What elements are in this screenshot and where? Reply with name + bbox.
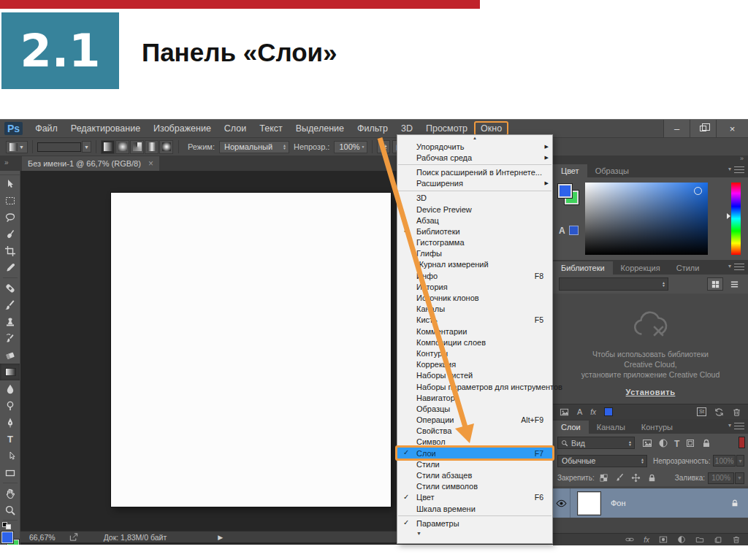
clone-stamp-tool[interactable] xyxy=(0,313,20,330)
menu-item-Цвет[interactable]: ✓ЦветF6 xyxy=(397,492,552,503)
hue-slider-marker[interactable] xyxy=(727,213,730,219)
hue-slider[interactable] xyxy=(731,183,741,255)
menu-item-Библиотеки[interactable]: ✓Библиотеки xyxy=(397,226,552,237)
install-link[interactable]: Установить xyxy=(626,388,676,396)
crop-tool[interactable] xyxy=(0,242,20,259)
folder-icon[interactable] xyxy=(695,535,704,544)
menu-scroll-down-icon[interactable]: ▼ xyxy=(397,529,552,537)
dodge-tool[interactable] xyxy=(0,397,20,414)
menu-item-Поиск расширений в Интернете...[interactable]: Поиск расширений в Интернете... xyxy=(397,166,552,177)
layer-row[interactable]: Фон xyxy=(553,488,748,518)
menu-item-Журнал измерений[interactable]: Журнал измерений xyxy=(397,259,552,270)
menu-item-Шкала времени[interactable]: Шкала времени xyxy=(397,503,552,514)
menu-item-Стили[interactable]: Стили xyxy=(397,459,552,469)
text-color-swatch[interactable] xyxy=(569,226,579,235)
menubar-item-Окно[interactable]: Окно xyxy=(474,121,508,136)
marquee-tool[interactable] xyxy=(0,192,20,209)
menu-item-Символ[interactable]: Символ xyxy=(397,437,552,448)
menubar-item-Фильтр[interactable]: Фильтр xyxy=(351,121,394,136)
tab-Образцы[interactable]: Образцы xyxy=(587,164,637,177)
lock-lock-icon[interactable] xyxy=(647,473,657,483)
lock-checker-icon[interactable] xyxy=(599,473,608,483)
menu-item-Инфо[interactable]: ИнфоF8 xyxy=(397,270,552,281)
gradient-tool[interactable] xyxy=(0,364,20,380)
menu-item-Рабочая среда[interactable]: Рабочая среда▶ xyxy=(397,152,552,163)
menubar-item-Выделение[interactable]: Выделение xyxy=(289,121,351,136)
sync-icon[interactable] xyxy=(714,407,724,417)
menu-item-Глифы[interactable]: Глифы xyxy=(397,248,552,259)
canvas[interactable] xyxy=(111,193,391,507)
gradient-picker-button[interactable]: ▼ xyxy=(82,141,91,153)
diamond-gradient-button[interactable] xyxy=(159,140,173,154)
menu-item-Стили символов[interactable]: Стили символов xyxy=(397,481,552,492)
dock-collapse-icon[interactable]: » xyxy=(740,155,744,162)
tab-Цвет[interactable]: Цвет xyxy=(553,164,587,177)
blend-mode-select[interactable]: Нормальный▲▼ xyxy=(219,141,289,153)
foreground-color-swatch[interactable] xyxy=(558,184,572,198)
menubar-item-Текст[interactable]: Текст xyxy=(253,121,289,136)
layer-style-icon[interactable]: fx xyxy=(590,408,596,416)
menu-item-Стили абзацев[interactable]: Стили абзацев xyxy=(397,469,552,480)
close-button[interactable]: × xyxy=(716,120,748,137)
menubar-item-Изображение[interactable]: Изображение xyxy=(147,121,218,136)
share-icon[interactable] xyxy=(69,532,79,542)
menu-item-Наборы кистей[interactable]: Наборы кистей xyxy=(397,370,552,381)
menubar-item-Редактирование[interactable]: Редактирование xyxy=(64,121,147,136)
layer-opacity-value[interactable]: 100% xyxy=(713,455,735,467)
menu-item-Коррекция[interactable]: Коррекция xyxy=(397,359,552,370)
move-tool[interactable] xyxy=(0,175,20,192)
menu-item-Операции[interactable]: ОперацииAlt+F9 xyxy=(397,415,552,426)
restore-button[interactable] xyxy=(690,120,716,137)
linear-gradient-button[interactable] xyxy=(101,140,115,154)
menubar-item-Просмотр[interactable]: Просмотр xyxy=(419,121,474,136)
menubar-item-Файл[interactable]: Файл xyxy=(28,121,64,136)
menu-item-Слои[interactable]: ✓СлоиF7 xyxy=(397,448,552,459)
quick-selection-tool[interactable] xyxy=(0,226,20,242)
zoom-tool[interactable] xyxy=(0,502,20,518)
menu-item-Навигатор[interactable]: Навигатор xyxy=(397,392,552,403)
layer-blend-mode-select[interactable]: Обычные▲▼ xyxy=(557,455,647,467)
library-select[interactable]: ▲▼ xyxy=(559,277,668,291)
tab-Библиотеки[interactable]: Библиотеки xyxy=(553,261,613,275)
reflected-gradient-button[interactable] xyxy=(145,140,159,154)
menu-item-Параметры[interactable]: ✓Параметры xyxy=(397,518,552,529)
trash-icon[interactable] xyxy=(732,407,741,417)
type-tool[interactable]: T xyxy=(0,431,20,448)
menu-scroll-up-icon[interactable]: ▲ xyxy=(397,135,552,141)
menu-item-Композиции слоев[interactable]: Композиции слоев xyxy=(397,337,552,348)
layer-filter-select[interactable]: Вид ▲▼ xyxy=(557,437,635,449)
panel-menu-icon[interactable] xyxy=(734,166,744,173)
mask-icon[interactable] xyxy=(659,535,668,544)
filter-lock-icon[interactable] xyxy=(701,438,711,448)
menu-item-Упорядочить[interactable]: Упорядочить▶ xyxy=(397,141,552,152)
menu-item-Свойства[interactable]: Свойства xyxy=(397,426,552,437)
newlayer-icon[interactable] xyxy=(714,535,722,544)
character-style-icon[interactable]: А xyxy=(577,407,582,416)
angle-gradient-button[interactable] xyxy=(130,140,144,154)
document-tab[interactable]: Без имени-1 @ 66,7% (RGB/8) × xyxy=(22,156,159,171)
minimize-button[interactable]: – xyxy=(663,120,690,137)
tab-Каналы[interactable]: Каналы xyxy=(589,421,633,434)
history-brush-tool[interactable] xyxy=(0,330,20,347)
tab-Контуры[interactable]: Контуры xyxy=(633,421,681,434)
menu-item-Наборы параметров для инструментов[interactable]: Наборы параметров для инструментов xyxy=(397,381,552,392)
menu-item-Образцы[interactable]: Образцы xyxy=(397,403,552,414)
shape-tool[interactable] xyxy=(0,464,20,481)
eyedropper-tool[interactable] xyxy=(0,259,20,276)
filter-frame-icon[interactable] xyxy=(685,438,695,448)
menu-item-История[interactable]: История xyxy=(397,281,552,292)
opacity-select[interactable]: 100%▼ xyxy=(334,141,367,153)
tab-Стили[interactable]: Стили xyxy=(668,261,708,275)
trash-icon[interactable] xyxy=(732,535,741,544)
foreground-color-swatch[interactable] xyxy=(1,532,13,543)
gradient-preview[interactable] xyxy=(37,142,81,152)
lasso-tool[interactable] xyxy=(0,209,20,226)
brush-tool[interactable] xyxy=(0,296,20,313)
chain-icon[interactable] xyxy=(625,535,634,544)
tool-preset-picker[interactable]: ▼ xyxy=(6,141,28,153)
tab-Коррекция[interactable]: Коррекция xyxy=(613,261,668,275)
filter-adjust-icon[interactable] xyxy=(658,438,668,448)
path-selection-tool[interactable] xyxy=(0,448,20,464)
grid-view-button[interactable] xyxy=(707,277,723,291)
toolbar-collapse-icon[interactable]: » xyxy=(4,158,9,166)
